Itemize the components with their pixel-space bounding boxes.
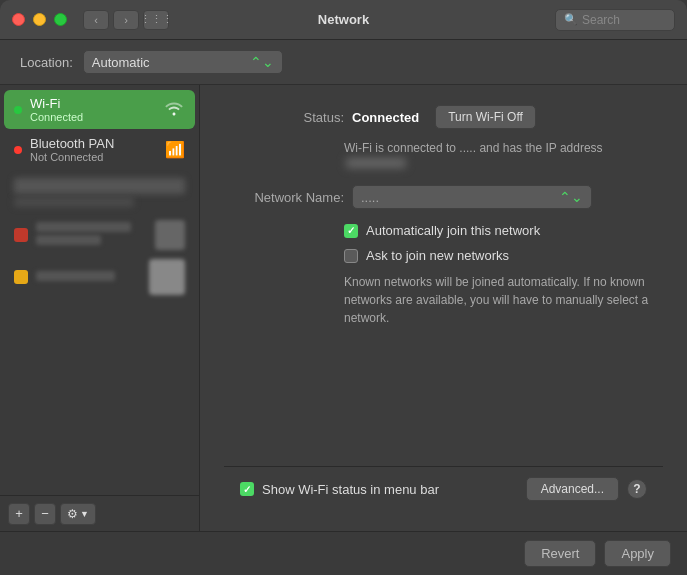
- show-wifi-label: Show Wi-Fi status in menu bar: [262, 482, 439, 497]
- bluetooth-status: Not Connected: [30, 151, 159, 163]
- maximize-button[interactable]: [54, 13, 67, 26]
- location-value: Automatic: [92, 55, 250, 70]
- sidebar-item-blurred-2[interactable]: [4, 216, 195, 254]
- blur-block-1: [14, 178, 185, 194]
- bottom-left: ✓ Show Wi-Fi status in menu bar: [240, 482, 526, 497]
- ask-join-row: Ask to join new networks: [344, 248, 663, 263]
- sidebar-item-wifi[interactable]: Wi-Fi Connected: [4, 90, 195, 129]
- traffic-lights: [12, 13, 67, 26]
- bluetooth-status-dot: [14, 146, 22, 154]
- wifi-status: Connected: [30, 111, 157, 123]
- blur-accent-red: [14, 228, 28, 242]
- blur-block-sm-1: [14, 197, 134, 207]
- ip-description-text: Wi-Fi is connected to ..... and has the …: [344, 141, 603, 155]
- search-icon: 🔍: [564, 13, 578, 26]
- minimize-button[interactable]: [33, 13, 46, 26]
- close-button[interactable]: [12, 13, 25, 26]
- blur-thumb-2: [149, 259, 185, 295]
- show-wifi-checkbox[interactable]: ✓: [240, 482, 254, 496]
- nav-buttons: ‹ ›: [83, 10, 139, 30]
- body-area: Wi-Fi Connected Blueto: [0, 85, 687, 531]
- window-title: Network: [318, 12, 369, 27]
- blur-text-2: [36, 222, 155, 248]
- footer-bar: Revert Apply: [0, 531, 687, 575]
- blur-accent-yellow: [14, 270, 28, 284]
- bluetooth-name: Bluetooth PAN: [30, 136, 159, 151]
- bluetooth-icon: 📶: [165, 140, 185, 159]
- right-panel: Status: Connected Turn Wi-Fi Off Wi-Fi i…: [200, 85, 687, 531]
- status-value: Connected: [352, 110, 419, 125]
- sidebar-item-bluetooth[interactable]: Bluetooth PAN Not Connected 📶: [4, 130, 195, 169]
- auto-join-label: Automatically join this network: [366, 223, 540, 238]
- turn-wifi-button[interactable]: Turn Wi-Fi Off: [435, 105, 536, 129]
- blur-line-3: [36, 271, 115, 281]
- wifi-info: Wi-Fi Connected: [30, 96, 157, 123]
- sidebar-list: Wi-Fi Connected Blueto: [0, 85, 199, 495]
- search-box: 🔍: [555, 9, 675, 31]
- help-button[interactable]: ?: [627, 479, 647, 499]
- blur-line-1: [36, 222, 131, 232]
- gear-dropdown-arrow: ▼: [80, 509, 89, 519]
- bottom-right: Advanced... ?: [526, 477, 647, 501]
- status-label: Status:: [224, 110, 344, 125]
- wifi-icon: [163, 100, 185, 120]
- remove-network-button[interactable]: −: [34, 503, 56, 525]
- blur-thumb-1: [155, 220, 185, 250]
- ip-description: Wi-Fi is connected to ..... and has the …: [344, 141, 663, 169]
- bluetooth-info: Bluetooth PAN Not Connected: [30, 136, 159, 163]
- spacer: [224, 343, 663, 466]
- blur-text-3: [36, 271, 149, 284]
- ask-join-label: Ask to join new networks: [366, 248, 509, 263]
- location-label: Location:: [20, 55, 73, 70]
- network-options-button[interactable]: ⚙ ▼: [60, 503, 96, 525]
- advanced-button[interactable]: Advanced...: [526, 477, 619, 501]
- auto-join-check-icon: ✓: [347, 225, 355, 236]
- ask-join-checkbox[interactable]: [344, 249, 358, 263]
- blur-line-2: [36, 235, 101, 245]
- network-name-value: .....: [361, 190, 559, 205]
- known-networks-description: Known networks will be joined automatica…: [344, 273, 663, 327]
- show-wifi-check-icon: ✓: [243, 484, 251, 495]
- bottom-bar: ✓ Show Wi-Fi status in menu bar Advanced…: [224, 466, 663, 511]
- network-name-row: Network Name: ..... ⌃⌄: [224, 185, 663, 209]
- grid-button[interactable]: ⋮⋮⋮: [143, 10, 169, 30]
- network-name-label: Network Name:: [224, 190, 344, 205]
- gear-icon: ⚙: [67, 507, 78, 521]
- sidebar-toolbar: + − ⚙ ▼: [0, 495, 199, 531]
- status-row: Status: Connected Turn Wi-Fi Off: [224, 105, 663, 129]
- auto-join-checkbox[interactable]: ✓: [344, 224, 358, 238]
- auto-join-row: ✓ Automatically join this network: [344, 223, 663, 238]
- wifi-name: Wi-Fi: [30, 96, 157, 111]
- location-dropdown[interactable]: Automatic ⌃⌄: [83, 50, 283, 74]
- wifi-status-dot: [14, 106, 22, 114]
- apply-button[interactable]: Apply: [604, 540, 671, 567]
- search-input[interactable]: [582, 13, 666, 27]
- sidebar: Wi-Fi Connected Blueto: [0, 85, 200, 531]
- add-network-button[interactable]: +: [8, 503, 30, 525]
- sidebar-item-blurred-3[interactable]: [4, 255, 195, 299]
- back-button[interactable]: ‹: [83, 10, 109, 30]
- forward-button[interactable]: ›: [113, 10, 139, 30]
- ip-address-blurred: [346, 158, 406, 168]
- location-arrow-icon: ⌃⌄: [250, 54, 274, 70]
- location-bar: Location: Automatic ⌃⌄: [0, 40, 687, 85]
- network-name-dropdown[interactable]: ..... ⌃⌄: [352, 185, 592, 209]
- revert-button[interactable]: Revert: [524, 540, 596, 567]
- titlebar: ‹ › ⋮⋮⋮ Network 🔍: [0, 0, 687, 40]
- network-name-arrow-icon: ⌃⌄: [559, 189, 583, 205]
- sidebar-item-blurred-1[interactable]: [4, 170, 195, 215]
- main-content: Location: Automatic ⌃⌄ Wi-Fi Connected: [0, 40, 687, 575]
